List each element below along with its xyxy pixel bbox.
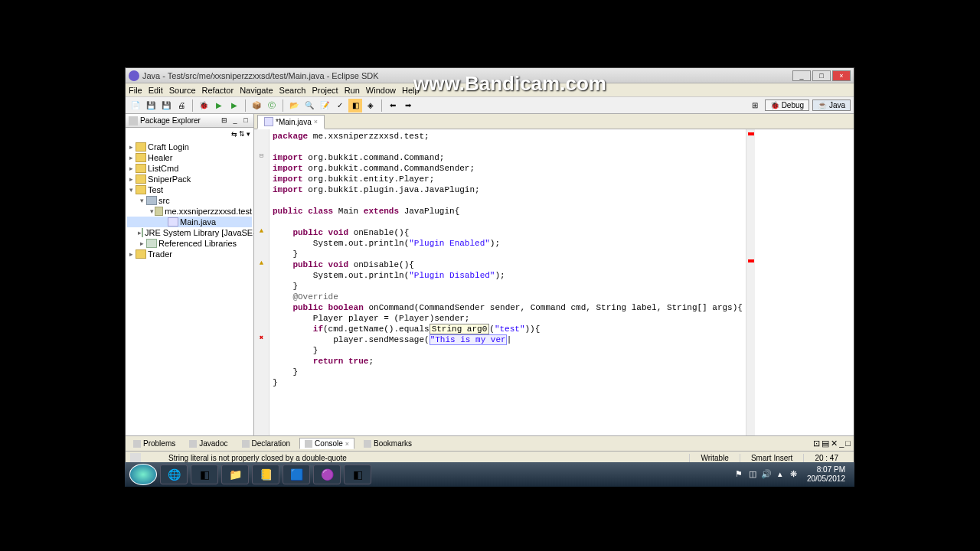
open-type-button[interactable]: 📂 [287,99,301,112]
new-package-button[interactable]: 📦 [250,99,263,112]
tab-console[interactable]: Console × [299,438,354,449]
saveall-button[interactable]: 💾 [159,99,173,112]
menu-project[interactable]: Project [312,86,338,95]
menu-search[interactable]: Search [279,86,306,95]
windows-taskbar[interactable]: 🌐◧📁📒🟦🟣◧ ⚑ ◫ 🔊 ▴ ❋ 8:07 PM 20/05/2012 [125,462,854,487]
perspective-java[interactable]: ☕ Java [812,99,851,111]
run-last-button[interactable]: ▶ [227,99,241,112]
tree-item[interactable]: ▸ListCmd [127,163,252,174]
package-explorer: Package Explorer ⊟ _ □ ⇆ ⇅ ▾ ▸Craft Logi… [126,114,254,435]
view-menu-button[interactable]: ⊟ [220,116,229,126]
bottom-minimize-button[interactable]: _ [839,439,844,448]
collapse-all-button[interactable]: ⇆ [231,130,237,138]
taskbar-app-button[interactable]: 📒 [252,465,279,484]
tab-close-icon[interactable]: × [314,118,318,126]
run-button[interactable]: ▶ [212,99,226,112]
taskbar-app-button[interactable]: 🟣 [313,465,341,484]
editor-tab-bar: *Main.java × [254,114,854,129]
editor-tab-label: *Main.java [276,118,312,126]
menu-navigate[interactable]: Navigate [240,86,273,95]
taskbar-app-button[interactable]: 📁 [221,465,249,484]
tray-app-icon[interactable]: ❋ [789,469,799,480]
task-button[interactable]: ✓ [333,99,347,112]
menu-file[interactable]: File [129,86,142,95]
menu-edit[interactable]: Edit [149,86,163,95]
param-hint: String arg0 [430,324,490,334]
maximize-button[interactable]: □ [812,70,831,81]
view-dropdown-button[interactable]: ▾ [247,130,250,138]
link-editor-button[interactable]: ⇅ [239,130,245,138]
debug-button[interactable]: 🐞 [197,99,211,112]
save-button[interactable]: 💾 [144,99,158,112]
tree-item[interactable]: ▾Test [127,184,252,195]
menu-source[interactable]: Source [169,86,196,95]
overview-error-marker[interactable] [748,132,754,135]
toggle-button[interactable]: ◧ [348,99,362,112]
tree-item[interactable]: ▸Trader [127,249,252,259]
bottom-clear-button[interactable]: ✕ [831,439,838,448]
eclipse-window: Java - Test/src/me/xxsniperzzxxsd/test/M… [125,67,854,462]
menu-window[interactable]: Window [366,86,396,95]
tree-item[interactable]: ▸JRE System Library [JavaSE-1.6] [127,227,252,238]
minimize-button[interactable]: _ [792,70,811,81]
bookmarks-icon [364,440,371,448]
tab-declaration[interactable]: Declaration [237,439,296,448]
code-content[interactable]: package me.xxsniperzzxxsd.test; import o… [270,129,746,435]
sidebar-scrollbar[interactable] [126,425,253,435]
package-explorer-toolbar: ⇆ ⇅ ▾ [126,128,253,140]
tree-item[interactable]: ▸Healer [127,152,252,163]
editor-tab-main[interactable]: *Main.java × [257,115,325,129]
start-button[interactable] [129,464,157,485]
overview-error-marker[interactable] [748,259,754,262]
system-tray[interactable]: ⚑ ◫ 🔊 ▴ ❋ 8:07 PM 20/05/2012 [733,465,850,484]
view-maximize-button[interactable]: □ [241,116,250,126]
tree-item[interactable]: ▸SniperPack [127,174,252,184]
package-explorer-icon [129,116,138,126]
perspective-debug[interactable]: 🐞 Debug [765,99,809,111]
tree-item[interactable]: ▾src [127,195,252,206]
tab-problems[interactable]: Problems [129,439,180,448]
taskbar-app-button[interactable]: ◧ [191,465,218,484]
code-editor[interactable]: ⊟ ▲ ▲ ✖ package me.xxsniperzzxxsd.test; … [254,129,854,435]
bottom-pin-button[interactable]: ⊡ [813,439,820,448]
view-minimize-button[interactable]: _ [230,116,240,126]
menu-refactor[interactable]: Refactor [202,86,234,95]
annotate-button[interactable]: 📝 [318,99,332,112]
package-explorer-header[interactable]: Package Explorer ⊟ _ □ [126,114,253,128]
editor-gutter[interactable]: ⊟ ▲ ▲ ✖ [254,129,270,435]
tree-item[interactable]: Main.java [127,217,252,227]
tree-item[interactable]: ▾me.xxsniperzzxxsd.test [127,206,252,217]
taskbar-clock[interactable]: 8:07 PM 20/05/2012 [802,465,850,484]
taskbar-app-button[interactable]: 🌐 [160,465,188,484]
taskbar-app-button[interactable]: ◧ [344,465,371,484]
tree-item[interactable]: ▸Referenced Libraries [127,238,252,249]
status-cursor-pos: 20 : 47 [803,454,849,462]
open-perspective-button[interactable]: ⊞ [748,99,762,112]
project-tree[interactable]: ▸Craft Login▸Healer▸ListCmd▸SniperPack▾T… [126,140,253,425]
tray-volume-icon[interactable]: 🔊 [761,469,772,480]
forward-button[interactable]: ➡ [401,99,415,112]
taskbar-app-button[interactable]: 🟦 [283,465,310,484]
tab-bookmarks[interactable]: Bookmarks [359,439,416,448]
new-button[interactable]: 📄 [129,99,142,112]
tray-chevron-icon[interactable]: ▴ [775,469,786,480]
tray-network-icon[interactable]: ◫ [747,469,758,480]
tab-close-icon[interactable]: × [345,440,349,448]
javadoc-icon [189,440,197,448]
bottom-maximize-button[interactable]: □ [845,439,851,448]
overview-ruler[interactable] [746,129,755,435]
java-file-icon [264,117,273,126]
bottom-display-button[interactable]: ▤ [822,439,829,448]
menu-run[interactable]: Run [345,86,360,95]
close-button[interactable]: × [832,70,851,81]
tab-javadoc[interactable]: Javadoc [185,439,232,448]
tray-flag-icon[interactable]: ⚑ [733,469,744,480]
back-button[interactable]: ⬅ [386,99,400,112]
editor-area: *Main.java × ⊟ ▲ ▲ ✖ [254,114,854,435]
print-button[interactable]: 🖨 [175,99,188,112]
new-class-button[interactable]: Ⓒ [265,99,279,112]
search-button[interactable]: 🔍 [302,99,316,112]
mark-button[interactable]: ◈ [364,99,377,112]
tree-item[interactable]: ▸Craft Login [127,142,252,152]
eclipse-icon [129,70,139,81]
